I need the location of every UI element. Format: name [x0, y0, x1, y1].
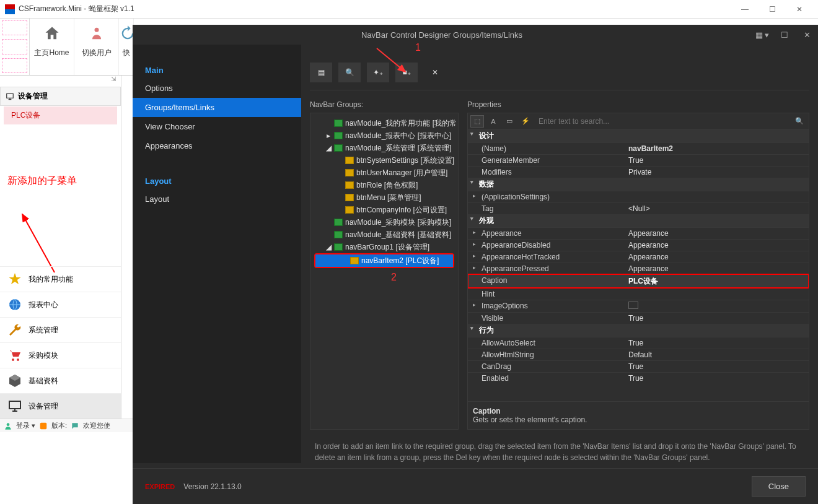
svg-rect-8 [40, 422, 47, 429]
sidebar-item-groups[interactable]: Groups/Items/Links [133, 98, 301, 117]
tree-node[interactable]: navModule_我的常用功能 [我的常 [310, 117, 458, 129]
prop-appearance[interactable]: AppearanceAppearance [468, 227, 809, 239]
tree-node[interactable]: navBarItem2 [PLC设备] [315, 254, 453, 267]
home-label: 主页Home [30, 48, 74, 58]
toolbar-search-icon[interactable]: 🔍 [338, 63, 361, 82]
login-menu[interactable]: 登录 ▾ [16, 421, 35, 430]
pg-cat-data[interactable]: 数据 [468, 178, 809, 191]
prop-appearancepressed[interactable]: AppearancePressedAppearance [468, 263, 809, 274]
close-button[interactable]: Close [752, 476, 806, 497]
tree-node[interactable]: ▸navModule_报表中心 [报表中心] [310, 129, 458, 142]
designer-maximize-button[interactable]: ☐ [773, 30, 796, 40]
toolbar-list-icon[interactable]: ▤ [310, 63, 332, 82]
nav-devices[interactable]: 设备管理 [0, 393, 121, 419]
view-mode-button[interactable]: ▦ ▾ [751, 30, 773, 40]
prop-name[interactable]: (Name)navBarItem2 [468, 142, 809, 154]
nav-system[interactable]: 系统管理 [0, 317, 121, 342]
property-description: Caption Gets or sets the element's capti… [468, 401, 809, 429]
designer-version: Version 22.1.13.0 [183, 482, 241, 491]
tree-node[interactable]: btnCompanyInfo [公司设置] [310, 204, 458, 216]
annotation-2: 2 [391, 272, 397, 283]
prop-modifiers[interactable]: ModifiersPrivate [468, 166, 809, 178]
annotation-new-submenu: 新添加的子菜单 [0, 125, 121, 188]
svg-rect-6 [9, 401, 20, 409]
navbar-designer: NavBar Control Designer Groups/Items/Lin… [133, 25, 818, 504]
tree-node[interactable]: btnUserManager [用户管理] [310, 167, 458, 179]
svg-point-0 [94, 28, 99, 32]
tree-node[interactable]: navModule_基础资料 [基础资料] [310, 228, 458, 241]
prop-imageoptions[interactable]: ImageOptions [468, 300, 809, 312]
maximize-button[interactable]: ☐ [759, 1, 786, 18]
switch-user-label: 切换用户 [74, 48, 118, 58]
toolbar-delete-icon[interactable]: ✕ [424, 63, 446, 82]
svg-rect-1 [7, 93, 14, 98]
titlebar: CSFramework.Mini - 蝇量框架 v1.1 — ☐ ✕ [0, 0, 818, 19]
close-button[interactable]: ✕ [786, 1, 813, 18]
sidebar-item-viewchooser[interactable]: View Chooser [133, 117, 301, 136]
tree-node[interactable]: navModule_采购模块 [采购模块] [310, 216, 458, 228]
wrench-icon [7, 323, 22, 337]
ribbon-cut-button[interactable]: 快 [119, 19, 134, 75]
sidebar-section-layout: Layout [133, 170, 301, 189]
prop-candrag[interactable]: CanDragTrue [468, 360, 809, 372]
pg-pages-icon[interactable]: ▭ [503, 115, 516, 128]
prop-generatemember[interactable]: GenerateMemberTrue [468, 154, 809, 166]
navbar-groups-tree[interactable]: navModule_我的常用功能 [我的常▸navModule_报表中心 [报表… [310, 113, 459, 430]
tree-node[interactable]: ◢navModule_系统管理 [系统管理] [310, 142, 458, 154]
annotation-arrow-1-icon [376, 47, 419, 78]
prop-allowautoselect[interactable]: AllowAutoSelectTrue [468, 337, 809, 349]
prop-tag[interactable]: Tag<Null> [468, 202, 809, 214]
star-icon [7, 272, 22, 287]
prop-appsettings[interactable]: (ApplicationSettings) [468, 191, 809, 202]
tree-node[interactable]: btnRole [角色权限] [310, 179, 458, 191]
prop-visible[interactable]: VisibleTrue [468, 312, 809, 324]
minimize-button[interactable]: — [731, 1, 759, 18]
prop-hint[interactable]: Hint [468, 288, 809, 300]
left-panel-header[interactable]: 设备管理 [0, 87, 121, 106]
prop-allowhtmlstring[interactable]: AllowHtmlStringDefault [468, 349, 809, 360]
user-icon [4, 422, 12, 430]
monitor-icon [6, 92, 14, 101]
sidebar-item-options[interactable]: Options [133, 79, 301, 98]
pg-events-icon[interactable]: ⚡ [519, 115, 532, 128]
sidebar-item-appearances[interactable]: Appearances [133, 136, 301, 155]
tree-node[interactable]: btnSystemSettings [系统设置] [310, 154, 458, 167]
prop-caption[interactable]: CaptionPLC设备 [468, 274, 809, 288]
designer-close-button[interactable]: ✕ [796, 30, 818, 40]
designer-toolbar: ▤ 🔍 ✦₊ ■₊ ✕ 1 [310, 45, 809, 90]
pg-categorized-icon[interactable]: ⬚ [470, 115, 484, 128]
nav-purchase[interactable]: 采购模块 [0, 342, 121, 368]
home-button[interactable]: 主页Home [30, 19, 74, 75]
designer-footer: EXPIRED Version 22.1.13.0 Close [133, 468, 818, 504]
prop-appearancehottracked[interactable]: AppearanceHotTrackedAppearance [468, 251, 809, 263]
home-icon [43, 25, 61, 42]
property-search-input[interactable] [535, 116, 790, 127]
user-icon [88, 25, 105, 42]
monitor-icon [7, 399, 22, 414]
pg-cat-design[interactable]: 设计 [468, 129, 809, 142]
nav-reports[interactable]: 报表中心 [0, 292, 121, 317]
sidebar-item-plc[interactable]: PLC设备 [4, 106, 117, 124]
pin-button[interactable]: ⇲ [0, 76, 121, 87]
pg-cat-behavior[interactable]: 行为 [468, 324, 809, 337]
properties-header: Properties [467, 98, 809, 113]
pg-alphabetical-icon[interactable]: A [486, 115, 500, 128]
ribbon-placeholder [0, 19, 30, 75]
nav-basedata[interactable]: 基础资料 [0, 368, 121, 393]
pg-search-icon[interactable]: 🔍 [793, 115, 806, 128]
tree-header: NavBar Groups: [310, 98, 459, 113]
pg-cat-appearance[interactable]: 外观 [468, 214, 809, 227]
tree-node[interactable]: btnMenu [菜单管理] [310, 191, 458, 204]
svg-point-5 [17, 358, 19, 361]
prop-enabled[interactable]: EnabledTrue [468, 372, 809, 384]
globe-icon [7, 297, 22, 312]
cube-icon [7, 373, 22, 388]
switch-user-button[interactable]: 切换用户 [74, 19, 119, 75]
svg-point-7 [7, 423, 10, 426]
sidebar-item-layout[interactable]: Layout [133, 189, 301, 209]
svg-point-4 [12, 358, 14, 361]
tree-node[interactable]: ◢navBarGroup1 [设备管理] [310, 241, 458, 253]
prop-appearancedisabled[interactable]: AppearanceDisabledAppearance [468, 239, 809, 251]
version-label: 版本: [51, 421, 67, 430]
nav-favorites[interactable]: 我的常用功能 [0, 266, 121, 292]
